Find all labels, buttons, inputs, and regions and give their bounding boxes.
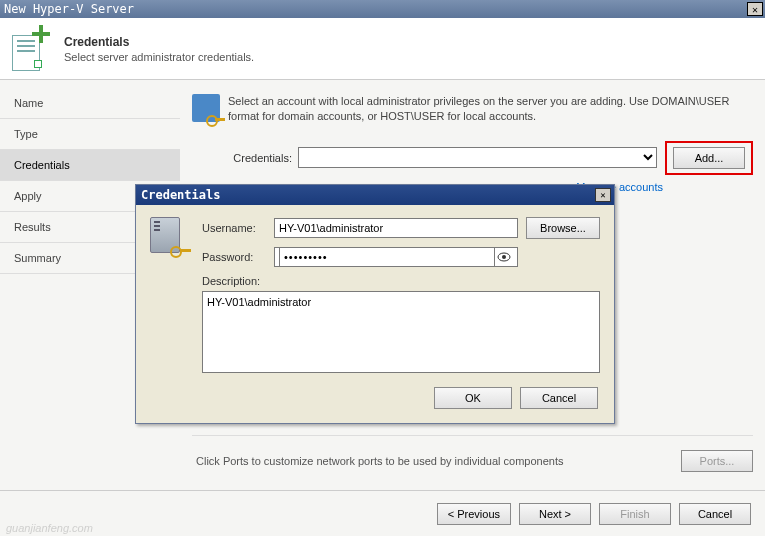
dialog-title: Credentials <box>139 188 595 202</box>
credentials-dialog: Credentials ✕ Username: Browse... Passwo… <box>135 184 615 424</box>
dialog-close-button[interactable]: ✕ <box>595 188 611 202</box>
description-label: Description: <box>202 275 600 287</box>
add-button-highlight: Add... <box>665 141 753 175</box>
dialog-cancel-button[interactable]: Cancel <box>520 387 598 409</box>
page-subtitle: Select server administrator credentials. <box>64 51 254 63</box>
next-button[interactable]: Next > <box>519 503 591 525</box>
info-text: Select an account with local administrat… <box>228 94 753 125</box>
wizard-header: Credentials Select server administrator … <box>0 18 765 80</box>
cancel-button[interactable]: Cancel <box>679 503 751 525</box>
finish-button[interactable]: Finish <box>599 503 671 525</box>
credentials-label: Credentials: <box>228 152 292 164</box>
svg-point-1 <box>502 255 506 259</box>
sidebar-item-credentials[interactable]: Credentials <box>0 150 180 181</box>
ports-text: Click Ports to customize network ports t… <box>196 455 681 467</box>
password-label: Password: <box>202 251 274 263</box>
add-button[interactable]: Add... <box>673 147 745 169</box>
password-input[interactable] <box>279 247 495 267</box>
description-textarea[interactable] <box>202 291 600 373</box>
ok-button[interactable]: OK <box>434 387 512 409</box>
credentials-key-icon <box>192 94 220 122</box>
page-title: Credentials <box>64 35 254 49</box>
dialog-titlebar: Credentials ✕ <box>136 185 614 205</box>
browse-button[interactable]: Browse... <box>526 217 600 239</box>
window-titlebar: New Hyper-V Server ✕ <box>0 0 765 18</box>
username-input[interactable] <box>274 218 518 238</box>
previous-button[interactable]: < Previous <box>437 503 511 525</box>
header-icon <box>12 27 52 71</box>
window-close-button[interactable]: ✕ <box>747 2 763 16</box>
window-title: New Hyper-V Server <box>2 2 747 16</box>
username-label: Username: <box>202 222 274 234</box>
wizard-footer: < Previous Next > Finish Cancel <box>0 490 765 536</box>
ports-button[interactable]: Ports... <box>681 450 753 472</box>
server-key-icon <box>150 217 188 257</box>
sidebar-item-name[interactable]: Name <box>0 88 180 119</box>
reveal-password-icon[interactable] <box>495 248 513 266</box>
credentials-dropdown[interactable] <box>298 147 657 168</box>
sidebar-item-type[interactable]: Type <box>0 119 180 150</box>
